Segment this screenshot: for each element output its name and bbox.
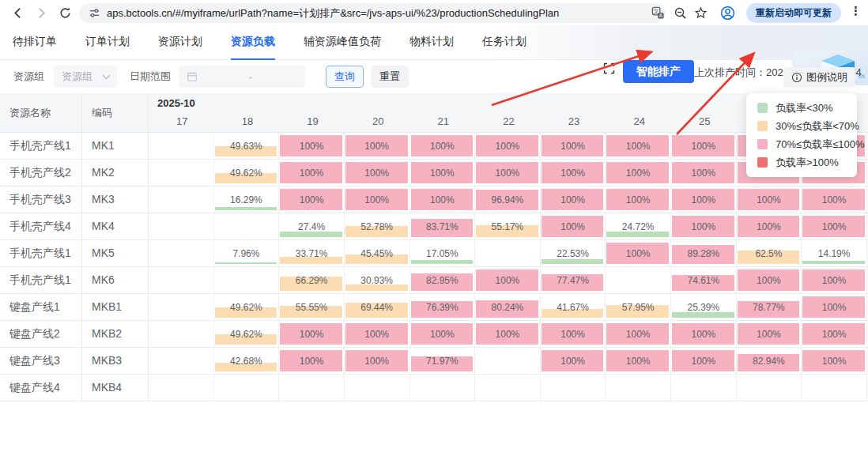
- profile-icon[interactable]: [718, 3, 737, 22]
- load-cell[interactable]: 49.62%: [214, 321, 280, 347]
- load-cell[interactable]: 100%: [475, 133, 541, 159]
- load-cell[interactable]: 76.39%: [410, 294, 476, 320]
- load-cell[interactable]: 100%: [671, 133, 737, 159]
- load-cell[interactable]: 24.72%: [606, 213, 671, 239]
- load-cell[interactable]: [149, 213, 214, 239]
- load-cell[interactable]: [606, 267, 671, 293]
- reset-button[interactable]: 重置: [371, 66, 409, 88]
- url-bar[interactable]: aps.bctools.cn/#/myiframe/urlPath?name=计…: [79, 3, 666, 23]
- load-cell[interactable]: [737, 375, 802, 401]
- load-cell[interactable]: 100%: [671, 187, 737, 213]
- load-cell[interactable]: 100%: [671, 213, 737, 239]
- zoom-out-icon[interactable]: [670, 3, 689, 22]
- load-cell[interactable]: [149, 133, 214, 159]
- load-cell[interactable]: 49.62%: [214, 294, 280, 320]
- load-cell[interactable]: 45.45%: [345, 240, 410, 266]
- load-cell[interactable]: 82.94%: [737, 348, 802, 374]
- load-cell[interactable]: [149, 348, 214, 374]
- load-cell[interactable]: 57.95%: [606, 294, 671, 320]
- load-cell[interactable]: 100%: [671, 348, 737, 374]
- load-cell[interactable]: 100%: [475, 321, 541, 347]
- load-cell[interactable]: [149, 240, 214, 266]
- load-cell[interactable]: 100%: [541, 321, 606, 347]
- load-cell[interactable]: 78.77%: [737, 294, 802, 320]
- load-cell[interactable]: 100%: [606, 348, 671, 374]
- fullscreen-icon[interactable]: [602, 62, 616, 78]
- translate-icon[interactable]: 文A: [648, 3, 667, 22]
- load-cell[interactable]: [214, 375, 280, 401]
- load-cell[interactable]: 100%: [671, 321, 737, 347]
- load-cell[interactable]: 96.94%: [475, 187, 541, 213]
- load-cell[interactable]: 100%: [802, 213, 867, 239]
- load-cell[interactable]: 100%: [475, 160, 541, 186]
- load-cell[interactable]: 100%: [279, 160, 345, 186]
- bookmark-star-icon[interactable]: [691, 3, 710, 22]
- load-cell[interactable]: 100%: [802, 294, 867, 320]
- load-cell[interactable]: 100%: [671, 160, 737, 186]
- load-cell[interactable]: 100%: [606, 187, 671, 213]
- load-cell[interactable]: 100%: [802, 267, 867, 293]
- load-cell[interactable]: 66.29%: [279, 267, 345, 293]
- load-cell[interactable]: [345, 375, 410, 401]
- load-cell[interactable]: 30.93%: [345, 267, 410, 293]
- load-cell[interactable]: 62.5%: [737, 240, 802, 266]
- load-cell[interactable]: 100%: [541, 133, 606, 159]
- load-cell[interactable]: 100%: [279, 321, 345, 347]
- load-cell[interactable]: 100%: [279, 133, 345, 159]
- load-cell[interactable]: 100%: [606, 133, 671, 159]
- load-cell[interactable]: [149, 187, 214, 213]
- load-cell[interactable]: 82.95%: [410, 267, 476, 293]
- load-cell[interactable]: 41.67%: [541, 294, 606, 320]
- load-cell[interactable]: 49.63%: [214, 133, 280, 159]
- load-cell[interactable]: 100%: [737, 213, 802, 239]
- resource-group-select[interactable]: 资源组: [54, 66, 117, 88]
- smart-schedule-button[interactable]: 智能排产: [623, 60, 694, 83]
- load-cell[interactable]: [149, 294, 214, 320]
- tab-2[interactable]: 资源计划: [158, 25, 202, 60]
- load-cell[interactable]: [802, 375, 867, 401]
- date-range-input[interactable]: -: [179, 66, 305, 88]
- load-cell[interactable]: 74.61%: [671, 267, 737, 293]
- load-cell[interactable]: 100%: [606, 240, 671, 266]
- load-cell[interactable]: [671, 375, 737, 401]
- tab-0[interactable]: 待排订单: [13, 25, 57, 60]
- load-cell[interactable]: 100%: [737, 321, 802, 347]
- load-cell[interactable]: 55.55%: [279, 294, 345, 320]
- load-cell[interactable]: 49.62%: [214, 160, 280, 186]
- tab-5[interactable]: 物料计划: [409, 25, 454, 60]
- load-cell[interactable]: 100%: [541, 348, 606, 374]
- load-cell[interactable]: 100%: [279, 187, 345, 213]
- load-cell[interactable]: 100%: [606, 321, 671, 347]
- load-cell[interactable]: [606, 375, 671, 401]
- load-cell[interactable]: [475, 375, 541, 401]
- load-cell[interactable]: [149, 267, 214, 293]
- load-cell[interactable]: 100%: [802, 187, 867, 213]
- browser-menu-icon[interactable]: ⋮: [850, 4, 862, 18]
- chrome-update-chip[interactable]: 重新启动即可更新: [746, 3, 841, 23]
- load-cell[interactable]: 100%: [606, 160, 671, 186]
- load-cell[interactable]: [541, 375, 606, 401]
- tab-6[interactable]: 任务计划: [482, 25, 526, 60]
- load-cell[interactable]: 17.05%: [410, 240, 476, 266]
- load-cell[interactable]: [475, 240, 541, 266]
- back-icon[interactable]: [8, 3, 27, 22]
- load-cell[interactable]: [279, 375, 345, 401]
- load-cell[interactable]: [475, 348, 541, 374]
- load-cell[interactable]: [149, 375, 214, 401]
- load-cell[interactable]: 7.96%: [214, 240, 280, 266]
- load-cell[interactable]: 100%: [410, 133, 476, 159]
- load-cell[interactable]: 100%: [802, 321, 867, 347]
- load-cell[interactable]: 14.19%: [802, 240, 867, 266]
- load-cell[interactable]: 100%: [410, 160, 476, 186]
- load-cell[interactable]: 83.71%: [410, 213, 476, 239]
- load-cell[interactable]: 89.28%: [671, 240, 737, 266]
- search-button[interactable]: 查询: [326, 66, 364, 88]
- load-cell[interactable]: 100%: [802, 348, 867, 374]
- site-settings-icon[interactable]: [89, 7, 100, 19]
- load-cell[interactable]: [149, 321, 214, 347]
- load-cell[interactable]: 100%: [410, 187, 476, 213]
- load-cell[interactable]: 100%: [541, 187, 606, 213]
- tab-4[interactable]: 辅资源峰值负荷: [304, 25, 381, 60]
- load-cell[interactable]: 100%: [345, 187, 410, 213]
- load-cell[interactable]: 100%: [345, 348, 410, 374]
